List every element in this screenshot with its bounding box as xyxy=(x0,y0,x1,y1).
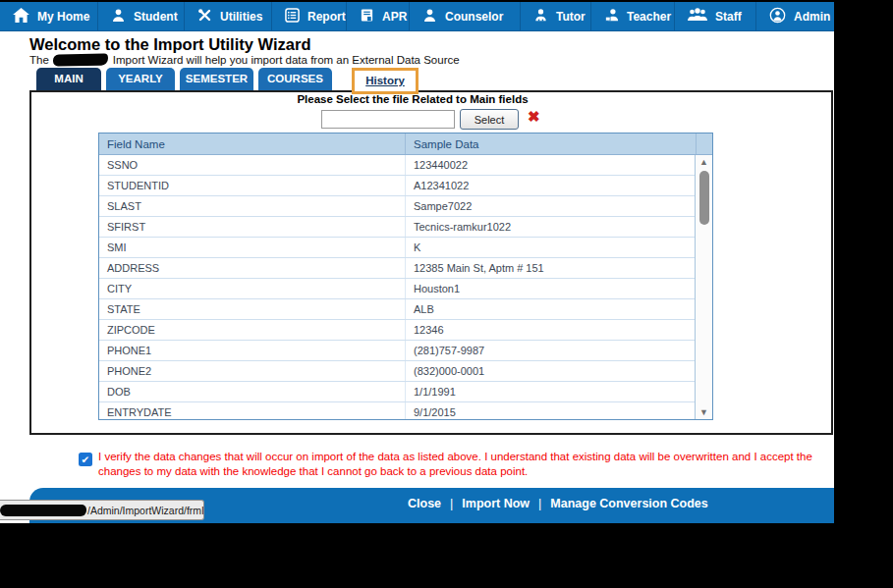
verify-checkbox[interactable]: ✔ xyxy=(79,453,92,466)
nav-label: Admin xyxy=(794,10,830,24)
table-row[interactable]: PHONE1(281)757-9987 xyxy=(99,341,712,361)
nav-item-staff[interactable]: Staff xyxy=(675,2,756,30)
scrollbar-thumb[interactable] xyxy=(699,171,709,225)
clear-file-icon[interactable]: ✖ xyxy=(528,108,540,126)
file-select-prompt: Please Select the file Related to Main f… xyxy=(196,93,629,105)
nav-label: Counselor xyxy=(445,10,503,24)
reports-icon xyxy=(285,8,300,26)
scroll-down-icon[interactable]: ▼ xyxy=(696,407,712,417)
nav-label: Tutor xyxy=(556,10,586,24)
scroll-up-icon[interactable]: ▲ xyxy=(696,157,712,167)
table-row[interactable]: STATEALB xyxy=(99,299,712,320)
redaction-scribble xyxy=(0,505,86,516)
tab-courses[interactable]: COURSES xyxy=(258,68,332,90)
tab-history[interactable]: History xyxy=(365,75,405,86)
table-row[interactable]: ZIPCODE12346 xyxy=(99,320,712,341)
table-header-row: Field Name Sample Data xyxy=(99,134,712,155)
table-scrollbar[interactable]: ▲ ▼ xyxy=(695,155,712,419)
page-title: Welcome to the Import Utility Wizard xyxy=(29,35,311,54)
field-mapping-table: Field Name Sample Data SSNO123440022 STU… xyxy=(98,133,713,420)
table-row[interactable]: SLASTSampe7022 xyxy=(99,196,712,217)
table-row[interactable]: SFIRSTTecnics-ramkur1022 xyxy=(99,217,712,238)
teacher-icon xyxy=(604,8,619,26)
column-header-field-name: Field Name xyxy=(99,134,405,154)
screenshot-frame: My Home Student Utilities Reports APR Co… xyxy=(0,0,893,588)
nav-item-reports[interactable]: Reports xyxy=(272,2,347,30)
nav-item-counselor[interactable]: Counselor xyxy=(410,2,521,30)
nav-item-utilities[interactable]: Utilities xyxy=(185,2,272,30)
table-body: SSNO123440022 STUDENTIDA12341022 SLASTSa… xyxy=(99,155,712,419)
status-url-tooltip: /Admin/ImportWizard/frmImportMaping.aspx… xyxy=(0,500,204,520)
manage-conversion-codes-button[interactable]: Manage Conversion Codes xyxy=(550,497,707,510)
nav-item-apr[interactable]: APR xyxy=(347,2,410,30)
tab-history-highlight[interactable]: History xyxy=(352,68,419,94)
table-row[interactable]: DOB1/1/1991 xyxy=(99,382,712,402)
close-button[interactable]: Close xyxy=(408,497,441,510)
column-header-scroll-spacer xyxy=(696,134,712,154)
select-file-button[interactable]: Select xyxy=(460,109,519,130)
footer-links: Close | Import Now | Manage Conversion C… xyxy=(408,497,708,510)
home-icon xyxy=(13,8,29,26)
table-row[interactable]: ADDRESS12385 Main St, Aptm # 151 xyxy=(99,258,712,279)
top-navigation-bar: My Home Student Utilities Reports APR Co… xyxy=(0,2,834,31)
counselor-icon xyxy=(422,8,437,26)
import-now-button[interactable]: Import Now xyxy=(462,497,530,510)
table-row[interactable]: ENTRYDATE9/1/2015 xyxy=(99,402,712,419)
separator: | xyxy=(538,497,541,510)
subtitle-suffix: Import Wizard will help you import data … xyxy=(113,54,460,66)
nav-item-teacher[interactable]: Teacher xyxy=(591,2,675,30)
tab-main[interactable]: MAIN xyxy=(36,68,101,90)
nav-label: My Home xyxy=(37,10,89,24)
table-row[interactable]: CITYHouston1 xyxy=(99,279,712,299)
table-row[interactable]: SSNO123440022 xyxy=(99,155,712,176)
status-url-text: /Admin/ImportWizard/frmImportMaping.aspx… xyxy=(87,505,204,516)
nav-item-tutor[interactable]: Tutor xyxy=(521,2,591,30)
checkmark-icon: ✔ xyxy=(82,454,90,465)
nav-item-admin[interactable]: Admin xyxy=(756,2,834,30)
subtitle-prefix: The xyxy=(29,54,49,66)
staff-icon xyxy=(688,8,707,25)
table-row[interactable]: SMIK xyxy=(99,238,712,258)
utilities-icon xyxy=(197,8,212,26)
separator: | xyxy=(450,497,453,510)
file-select-input[interactable] xyxy=(321,110,455,129)
nav-item-student[interactable]: Student xyxy=(98,2,185,30)
apr-icon xyxy=(360,8,374,26)
tutor-icon xyxy=(533,8,548,26)
table-row[interactable]: PHONE2(832)000-0001 xyxy=(99,361,712,382)
nav-item-my-home[interactable]: My Home xyxy=(0,2,98,30)
nav-label: Reports xyxy=(307,10,347,24)
admin-icon xyxy=(769,7,786,27)
column-header-sample-data: Sample Data xyxy=(405,134,696,154)
nav-label: Staff xyxy=(715,10,742,24)
verify-statement: I verify the data changes that will occu… xyxy=(98,450,823,479)
table-row[interactable]: STUDENTIDA12341022 xyxy=(99,176,712,196)
nav-label: Teacher xyxy=(627,10,671,24)
tab-yearly[interactable]: YEARLY xyxy=(106,68,175,90)
nav-label: Student xyxy=(134,10,178,24)
tab-semester[interactable]: SEMESTER xyxy=(180,68,253,90)
redaction-scribble xyxy=(53,54,108,67)
page-subtitle: The Import Wizard will help you import d… xyxy=(29,54,460,66)
nav-label: Utilities xyxy=(220,10,262,24)
student-icon xyxy=(111,8,126,26)
nav-label: APR xyxy=(382,10,407,24)
